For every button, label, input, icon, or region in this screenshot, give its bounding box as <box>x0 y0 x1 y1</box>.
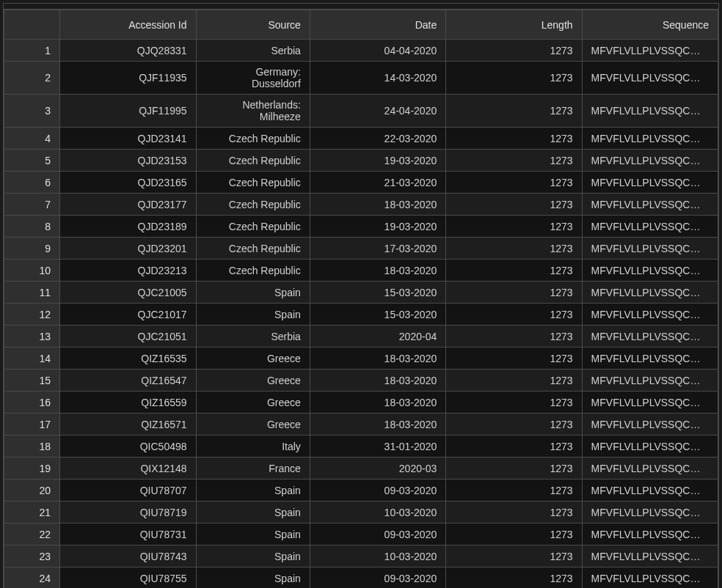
cell-row-num[interactable]: 5 <box>4 150 60 172</box>
cell-source[interactable]: Czech Republic <box>196 172 310 194</box>
cell-row-num[interactable]: 20 <box>4 479 60 501</box>
cell-date[interactable]: 17-03-2020 <box>310 238 445 260</box>
cell-row-num[interactable]: 22 <box>4 523 60 545</box>
cell-accession-id[interactable]: QIU78743 <box>60 545 196 567</box>
cell-accession-id[interactable]: QJD23165 <box>60 172 196 194</box>
cell-row-num[interactable]: 18 <box>4 436 60 457</box>
cell-accession-id[interactable]: QIZ16547 <box>60 370 196 392</box>
table-row[interactable]: 14QIZ16535Greece18-03-20201273MFVFLVLLPL… <box>4 348 718 370</box>
cell-date[interactable]: 18-03-2020 <box>310 348 445 370</box>
cell-sequence[interactable]: MFVFLVLLPLVSSQC… <box>582 414 718 436</box>
cell-length[interactable]: 1273 <box>446 501 582 523</box>
cell-date[interactable]: 21-03-2020 <box>310 172 445 194</box>
cell-source[interactable]: Czech Republic <box>196 194 310 216</box>
cell-length[interactable]: 1273 <box>446 523 582 545</box>
table-row[interactable]: 1QJQ28331Serbia04-04-20201273MFVFLVLLPLV… <box>4 40 718 62</box>
cell-source[interactable]: Czech Republic <box>196 216 310 238</box>
cell-source[interactable]: Czech Republic <box>196 260 310 282</box>
cell-sequence[interactable]: MFVFLVLLPLVSSQC… <box>582 172 718 194</box>
cell-row-num[interactable]: 3 <box>4 95 60 128</box>
cell-date[interactable]: 2020-04 <box>310 326 445 348</box>
cell-source[interactable]: Spain <box>196 304 310 326</box>
cell-length[interactable]: 1273 <box>446 216 582 238</box>
cell-source[interactable]: Spain <box>196 567 310 589</box>
cell-row-num[interactable]: 10 <box>4 260 60 282</box>
cell-length[interactable]: 1273 <box>446 238 582 260</box>
cell-sequence[interactable]: MFVFLVLLPLVSSQC… <box>582 392 718 414</box>
header-length[interactable]: Length <box>446 10 582 40</box>
cell-length[interactable]: 1273 <box>446 304 582 326</box>
table-row[interactable]: 21QIU78719Spain10-03-20201273MFVFLVLLPLV… <box>4 501 718 523</box>
cell-date[interactable]: 15-03-2020 <box>310 282 445 304</box>
cell-source[interactable]: Greece <box>196 370 310 392</box>
cell-sequence[interactable]: MFVFLVLLPLVSSQC… <box>582 479 718 501</box>
cell-row-num[interactable]: 4 <box>4 128 60 150</box>
header-row-num[interactable] <box>4 10 60 40</box>
cell-date[interactable]: 18-03-2020 <box>310 194 445 216</box>
cell-date[interactable]: 31-01-2020 <box>310 436 445 457</box>
cell-date[interactable]: 24-04-2020 <box>310 95 445 128</box>
cell-length[interactable]: 1273 <box>446 414 582 436</box>
cell-row-num[interactable]: 17 <box>4 414 60 436</box>
cell-date[interactable]: 2020-03 <box>310 457 445 479</box>
cell-length[interactable]: 1273 <box>446 172 582 194</box>
cell-accession-id[interactable]: QIZ16571 <box>60 414 196 436</box>
table-row[interactable]: 22QIU78731Spain09-03-20201273MFVFLVLLPLV… <box>4 523 718 545</box>
cell-accession-id[interactable]: QJC21005 <box>60 282 196 304</box>
cell-accession-id[interactable]: QJD23201 <box>60 238 196 260</box>
cell-row-num[interactable]: 7 <box>4 194 60 216</box>
table-row[interactable]: 7QJD23177Czech Republic18-03-20201273MFV… <box>4 194 718 216</box>
cell-row-num[interactable]: 1 <box>4 40 60 62</box>
cell-length[interactable]: 1273 <box>446 370 582 392</box>
cell-source[interactable]: France <box>196 457 310 479</box>
cell-accession-id[interactable]: QIZ16559 <box>60 392 196 414</box>
cell-source[interactable]: Spain <box>196 282 310 304</box>
cell-row-num[interactable]: 19 <box>4 457 60 479</box>
cell-accession-id[interactable]: QIX12148 <box>60 457 196 479</box>
header-source[interactable]: Source <box>196 10 310 40</box>
cell-accession-id[interactable]: QJD23141 <box>60 128 196 150</box>
cell-accession-id[interactable]: QIC50498 <box>60 436 196 457</box>
cell-source[interactable]: Czech Republic <box>196 128 310 150</box>
table-row[interactable]: 2QJF11935Germany: Dusseldorf14-03-202012… <box>4 62 718 95</box>
cell-row-num[interactable]: 8 <box>4 216 60 238</box>
cell-sequence[interactable]: MFVFLVLLPLVSSQC… <box>582 260 718 282</box>
cell-row-num[interactable]: 21 <box>4 501 60 523</box>
cell-date[interactable]: 09-03-2020 <box>310 567 445 589</box>
cell-date[interactable]: 04-04-2020 <box>310 40 445 62</box>
cell-accession-id[interactable]: QJD23189 <box>60 216 196 238</box>
cell-accession-id[interactable]: QIU78731 <box>60 523 196 545</box>
cell-source[interactable]: Greece <box>196 392 310 414</box>
table-row[interactable]: 24QIU78755Spain09-03-20201273MFVFLVLLPLV… <box>4 567 718 589</box>
cell-sequence[interactable]: MFVFLVLLPLVSSQC… <box>582 40 718 62</box>
table-row[interactable]: 5QJD23153Czech Republic19-03-20201273MFV… <box>4 150 718 172</box>
header-date[interactable]: Date <box>310 10 445 40</box>
cell-date[interactable]: 10-03-2020 <box>310 545 445 567</box>
cell-length[interactable]: 1273 <box>446 392 582 414</box>
cell-date[interactable]: 18-03-2020 <box>310 260 445 282</box>
cell-source[interactable]: Spain <box>196 545 310 567</box>
header-accession-id[interactable]: Accession Id <box>60 10 196 40</box>
table-row[interactable]: 4QJD23141Czech Republic22-03-20201273MFV… <box>4 128 718 150</box>
cell-sequence[interactable]: MFVFLVLLPLVSSQC… <box>582 150 718 172</box>
cell-length[interactable]: 1273 <box>446 348 582 370</box>
cell-date[interactable]: 18-03-2020 <box>310 370 445 392</box>
cell-row-num[interactable]: 16 <box>4 392 60 414</box>
cell-length[interactable]: 1273 <box>446 95 582 128</box>
cell-row-num[interactable]: 23 <box>4 545 60 567</box>
cell-sequence[interactable]: MFVFLVLLPLVSSQC… <box>582 95 718 128</box>
cell-length[interactable]: 1273 <box>446 150 582 172</box>
table-row[interactable]: 18QIC50498Italy31-01-20201273MFVFLVLLPLV… <box>4 436 718 457</box>
cell-sequence[interactable]: MFVFLVLLPLVSSQC… <box>582 567 718 589</box>
table-row[interactable]: 16QIZ16559Greece18-03-20201273MFVFLVLLPL… <box>4 392 718 414</box>
table-row[interactable]: 15QIZ16547Greece18-03-20201273MFVFLVLLPL… <box>4 370 718 392</box>
cell-length[interactable]: 1273 <box>446 282 582 304</box>
cell-sequence[interactable]: MFVFLVLLPLVSSQC… <box>582 194 718 216</box>
table-row[interactable]: 11QJC21005Spain15-03-20201273MFVFLVLLPLV… <box>4 282 718 304</box>
cell-length[interactable]: 1273 <box>446 436 582 457</box>
cell-length[interactable]: 1273 <box>446 479 582 501</box>
header-sequence[interactable]: Sequence <box>582 10 718 40</box>
cell-row-num[interactable]: 6 <box>4 172 60 194</box>
cell-sequence[interactable]: MFVFLVLLPLVSSQC… <box>582 62 718 95</box>
table-row[interactable]: 20QIU78707Spain09-03-20201273MFVFLVLLPLV… <box>4 479 718 501</box>
